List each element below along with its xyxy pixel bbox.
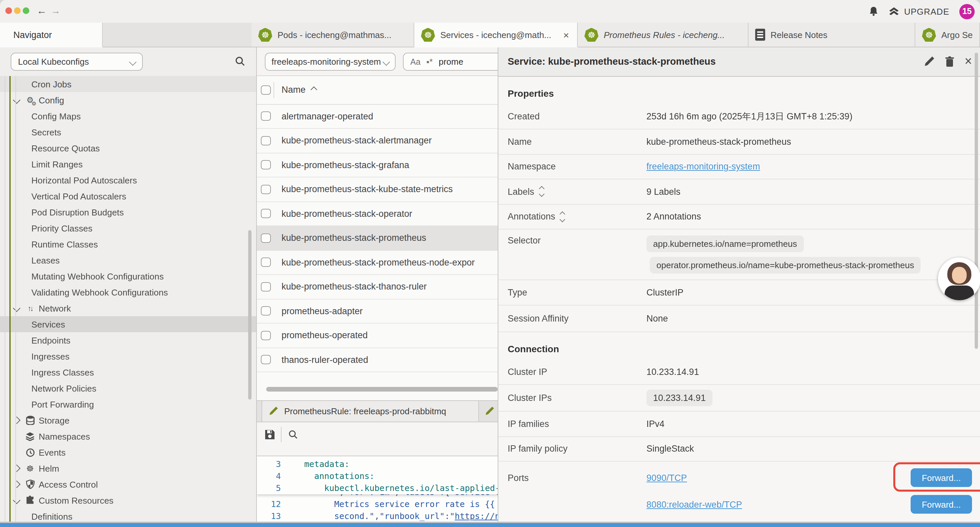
sidebar-item-cron-jobs[interactable]: Cron Jobs [0,76,256,92]
property-value[interactable]: freeleaps-monitoring-system [646,162,760,172]
notifications-bell-icon[interactable] [869,6,878,17]
user-avatar[interactable] [938,258,980,300]
forward-button[interactable]: Forward... [911,495,972,514]
navigator-panel-tab[interactable]: Navigator [0,23,102,47]
port-link[interactable]: 9090/TCP [646,473,687,482]
regex-toggle[interactable]: ▪* [426,57,433,66]
table-row-kube-prometheus-stack-prometheus[interactable]: kube-prometheus-stack-prometheus [257,226,498,250]
namespace-select[interactable]: freeleaps-monitoring-system [265,53,396,71]
horizontal-scrollbar[interactable] [257,372,498,400]
yaml-editor[interactable]: 3metadata:4annotations:5kubectl.kubernet… [257,456,498,527]
row-checkbox[interactable] [261,161,271,170]
tree-chevron[interactable] [13,482,20,487]
row-checkbox[interactable] [261,307,271,316]
sidebar-item-config[interactable]: ⚙⚙Config [0,92,256,108]
sidebar-item-network-policies[interactable]: Network Policies [0,380,256,396]
row-checkbox[interactable] [261,331,271,340]
editor-search-icon[interactable] [288,429,298,439]
sidebar-item-priority-classes[interactable]: Priority Classes [0,220,256,236]
close-window-button[interactable] [5,7,12,14]
sidebar-item-network[interactable]: ↑↓Network [0,300,256,316]
sidebar-item-horizontal-pod-autoscalers[interactable]: Horizontal Pod Autoscalers [0,172,256,188]
sidebar-item-secrets[interactable]: Secrets [0,124,256,140]
sidebar-item-custom-resources[interactable]: Custom Resources [0,492,256,508]
code-link[interactable]: https://net [455,511,498,521]
tree-chevron[interactable] [13,306,20,311]
sidebar-item-mutating-webhook-configurations[interactable]: Mutating Webhook Configurations [0,268,256,284]
upgrade-button[interactable]: UPGRADE [889,6,949,16]
sidebar-item-services[interactable]: Services [0,316,256,332]
sidebar-item-namespaces[interactable]: Namespaces [0,428,256,444]
match-case-toggle[interactable]: Aa [410,57,421,66]
sidebar-item-vertical-pod-autoscalers[interactable]: Vertical Pod Autoscalers [0,188,256,204]
zoom-window-button[interactable] [23,7,29,14]
sidebar-item-ingress-classes[interactable]: Ingress Classes [0,364,256,380]
row-checkbox[interactable] [261,136,271,145]
editor-tab-prometheusrule[interactable]: PrometheusRule: freeleaps-prod-rabbitmq [261,401,479,421]
sidebar-item-resource-quotas[interactable]: Resource Quotas [0,140,256,156]
tab-prometheus-rules[interactable]: ☸Prometheus Rules - icecheng... [578,23,749,47]
table-row-prometheus-adapter[interactable]: prometheus-adapter [257,299,498,323]
select-all-checkbox[interactable] [261,85,271,95]
tree-chevron[interactable] [13,97,20,103]
expander-icon[interactable] [561,212,565,221]
namespaces-layers-icon [25,431,35,441]
table-row-alertmanager-operated[interactable]: alertmanager-operated [257,104,498,129]
sidebar-item-limit-ranges[interactable]: Limit Ranges [0,156,256,172]
edit-icon[interactable] [924,56,935,67]
close-icon[interactable]: × [965,56,972,67]
sidebar-item-config-maps[interactable]: Config Maps [0,108,256,124]
delete-icon[interactable] [945,56,955,67]
sidebar-scrollbar[interactable] [248,230,251,400]
save-icon[interactable] [264,428,275,440]
table-row-kube-prometheus-stack-prometheus-node-expor[interactable]: kube-prometheus-stack-prometheus-node-ex… [257,250,498,275]
expander-icon[interactable] [540,187,544,196]
sidebar-item-leases[interactable]: Leases [0,252,256,268]
row-name: kube-prometheus-stack-prometheus [282,233,426,243]
table-row-kube-prometheus-stack-thanos-ruler[interactable]: kube-prometheus-stack-thanos-ruler [257,275,498,299]
filter-input[interactable]: Aa ▪* prome [403,53,498,71]
tree-chevron[interactable] [13,466,20,471]
sidebar-item-pod-disruption-budgets[interactable]: Pod Disruption Budgets [0,204,256,220]
row-checkbox[interactable] [261,258,271,267]
row-checkbox[interactable] [261,282,271,291]
notification-count-badge[interactable]: 15 [959,4,975,19]
table-row-kube-prometheus-stack-kube-state-metrics[interactable]: kube-prometheus-stack-kube-state-metrics [257,177,498,202]
sidebar-item-ingresses[interactable]: Ingresses [0,348,256,364]
row-checkbox[interactable] [261,185,271,194]
row-checkbox[interactable] [261,209,271,218]
panel-scrollbar[interactable] [975,53,978,349]
minimize-window-button[interactable] [14,7,21,14]
table-row-kube-prometheus-stack-alertmanager[interactable]: kube-prometheus-stack-alertmanager [257,129,498,153]
row-checkbox[interactable] [261,112,271,121]
tab-argo[interactable]: ☸Argo Se [915,23,980,47]
table-row-kube-prometheus-stack-operator[interactable]: kube-prometheus-stack-operator [257,202,498,226]
sidebar-item-storage[interactable]: Storage [0,412,256,428]
table-row-kube-prometheus-stack-grafana[interactable]: kube-prometheus-stack-grafana [257,153,498,177]
editor-tab-next[interactable] [479,401,498,421]
back-button[interactable]: ← [37,3,47,18]
close-tab-icon[interactable]: × [562,29,571,40]
table-row-prometheus-operated[interactable]: prometheus-operated [257,323,498,348]
sidebar-item-endpoints[interactable]: Endpoints [0,332,256,348]
sidebar-item-runtime-classes[interactable]: Runtime Classes [0,236,256,252]
tree-chevron[interactable] [13,417,20,423]
sidebar-item-events[interactable]: Events [0,444,256,460]
row-checkbox[interactable] [261,234,271,243]
table-row-thanos-ruler-operated[interactable]: thanos-ruler-operated [257,348,498,372]
sidebar-item-validating-webhook-configurations[interactable]: Validating Webhook Configurations [0,284,256,300]
forward-button[interactable]: → [51,3,61,18]
row-checkbox[interactable] [261,355,271,365]
sidebar-item-helm[interactable]: ☸Helm [0,460,256,476]
tree-chevron[interactable] [13,498,20,503]
sidebar-item-access-control[interactable]: Access Control [0,476,256,492]
tab-services[interactable]: ☸Services - icecheng@math...× [414,23,578,47]
kubeconfig-select[interactable]: Local Kubeconfigs [11,53,143,71]
tab-release-notes[interactable]: Release Notes [749,23,915,47]
sidebar-item-port-forwarding[interactable]: Port Forwarding [0,396,256,412]
forward-button[interactable]: Forward... [911,468,972,487]
column-header-name[interactable]: Name [282,85,316,95]
port-link[interactable]: 8080:reloader-web/TCP [646,499,742,509]
tab-pods[interactable]: ☸Pods - icecheng@mathmas... [251,23,414,47]
sidebar-search-icon[interactable] [235,56,245,67]
